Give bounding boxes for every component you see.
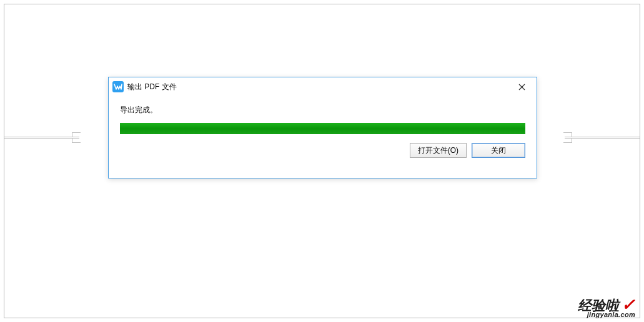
close-button[interactable]: 关闭 [472, 143, 525, 158]
wps-app-icon [112, 81, 124, 92]
dialog-title: 输出 PDF 文件 [127, 82, 509, 92]
export-status-text: 导出完成。 [120, 105, 525, 115]
watermark: 经验啦 ✓ jingyanla.com [578, 296, 635, 318]
page-corner [563, 138, 572, 143]
progress-bar [120, 123, 525, 134]
close-icon[interactable] [509, 78, 534, 95]
page-corner [72, 132, 81, 137]
page-corner [72, 138, 81, 143]
dialog-body: 导出完成。 打开文件(O) 关闭 [109, 96, 537, 164]
open-file-button[interactable]: 打开文件(O) [410, 143, 467, 158]
dialog-titlebar[interactable]: 输出 PDF 文件 [109, 77, 537, 96]
page-corner [563, 132, 572, 137]
dialog-button-row: 打开文件(O) 关闭 [120, 143, 525, 158]
export-pdf-dialog: 输出 PDF 文件 导出完成。 打开文件(O) 关闭 [108, 77, 537, 178]
